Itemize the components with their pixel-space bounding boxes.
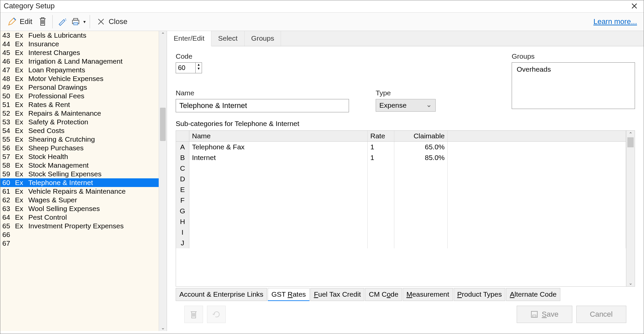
list-item[interactable]: 58ExStock Management	[0, 161, 159, 170]
edit-button[interactable]: Edit	[4, 15, 36, 29]
subcategory-grid: NameRateClaimableATelephone & Fax165.0%B…	[176, 130, 635, 287]
save-button[interactable]: Save	[517, 306, 572, 323]
groups-item[interactable]: Overheads	[517, 65, 630, 73]
table-row[interactable]: C	[176, 163, 626, 174]
scroll-down-icon[interactable]: ⌄	[159, 325, 167, 330]
main-tabs: Enter/EditSelectGroups	[167, 31, 644, 46]
list-item[interactable]: 59ExStock Selling Expenses	[0, 170, 159, 178]
cancel-button[interactable]: Cancel	[576, 306, 626, 323]
list-item[interactable]: 55ExShearing & Crutching	[0, 135, 159, 144]
print-button[interactable]: ▾	[69, 15, 87, 29]
list-item[interactable]: 65ExInvestment Property Expenses	[0, 222, 159, 230]
bottom-tab[interactable]: Alternate Code	[506, 288, 560, 301]
tab-select[interactable]: Select	[211, 31, 244, 46]
list-item[interactable]: 60ExTelephone & Internet	[0, 178, 159, 187]
svg-rect-3	[74, 18, 78, 20]
content: 43ExFuels & Lubricants44ExInsurance45ExI…	[0, 31, 644, 331]
list-item[interactable]: 54ExSeed Costs	[0, 126, 159, 135]
edit-label: Edit	[20, 17, 32, 26]
undo-button[interactable]	[207, 306, 226, 323]
table-row[interactable]: J	[176, 238, 626, 248]
list-item[interactable]: 50ExProfessional Fees	[0, 92, 159, 100]
scroll-up-icon[interactable]: ⌃	[159, 32, 167, 37]
tab-enter-edit[interactable]: Enter/Edit	[167, 31, 211, 46]
table-row[interactable]: G	[176, 206, 626, 216]
list-item[interactable]: 56ExSheep Purchases	[0, 144, 159, 152]
list-item[interactable]: 48ExMotor Vehicle Expenses	[0, 74, 159, 83]
list-item[interactable]: 53ExSafety & Protection	[0, 118, 159, 126]
table-row[interactable]: H	[176, 216, 626, 227]
list-item[interactable]: 62ExWages & Super	[0, 196, 159, 204]
chevron-down-icon: ▾	[83, 19, 86, 24]
delete-button[interactable]	[38, 17, 48, 27]
table-row[interactable]: F	[176, 195, 626, 206]
list-item[interactable]: 49ExPersonal Drawings	[0, 83, 159, 92]
type-select[interactable]: Expense	[376, 99, 436, 112]
type-field: Type Expense	[376, 89, 436, 112]
list-item[interactable]: 66	[0, 230, 159, 239]
bottom-tab[interactable]: GST Rates	[268, 288, 310, 301]
list-item[interactable]: 47ExLoan Repayments	[0, 66, 159, 74]
bottom-tab[interactable]: Account & Enterprise Links	[176, 288, 267, 301]
svg-point-1	[66, 20, 67, 21]
name-field: Name	[176, 89, 349, 112]
pencil-icon	[7, 17, 17, 27]
close-label: Close	[109, 17, 127, 26]
list-item[interactable]: 46ExIrrigation & Land Management	[0, 57, 159, 66]
learn-more-link[interactable]: Learn more...	[593, 17, 640, 26]
bottom-tab[interactable]: CM Code	[365, 288, 402, 301]
list-item[interactable]: 63ExWool Selling Expenses	[0, 204, 159, 213]
table-row[interactable]: E	[176, 184, 626, 195]
code-spin-down[interactable]: ▼	[196, 67, 202, 71]
bottom-tab[interactable]: Product Types	[454, 288, 506, 301]
window-title: Category Setup	[4, 2, 55, 10]
scroll-up-icon[interactable]: ⌃	[626, 131, 635, 137]
table-row[interactable]: I	[176, 227, 626, 238]
category-list[interactable]: 43ExFuels & Lubricants44ExInsurance45ExI…	[0, 31, 159, 331]
list-item[interactable]: 44ExInsurance	[0, 40, 159, 48]
toolbar-separator	[90, 15, 90, 28]
x-icon	[96, 17, 106, 27]
scrollbar-thumb[interactable]	[160, 108, 166, 141]
bottom-tab[interactable]: Fuel Tax Credit	[310, 288, 365, 301]
table-row[interactable]: BInternet185.0%	[176, 152, 626, 163]
list-item[interactable]: 45ExInterest Charges	[0, 48, 159, 57]
list-item[interactable]: 67	[0, 239, 159, 248]
col-rate[interactable]: Rate	[368, 131, 394, 141]
save-icon	[530, 310, 538, 318]
list-item[interactable]: 51ExRates & Rent	[0, 100, 159, 109]
close-button[interactable]: Close	[93, 15, 131, 29]
toolbar: Edit ▾ Close Learn more...	[0, 13, 644, 31]
edit-pencil-button[interactable]	[57, 17, 67, 27]
form-area: Code ▲ ▼ Groups Overheads	[167, 46, 644, 331]
table-row[interactable]: ATelephone & Fax165.0%	[176, 142, 626, 152]
svg-point-0	[65, 19, 66, 20]
list-item[interactable]: 64ExPest Control	[0, 213, 159, 222]
titlebar: Category Setup	[0, 0, 644, 13]
list-item[interactable]: 43ExFuels & Lubricants	[0, 31, 159, 40]
list-item[interactable]: 61ExVehicle Repairs & Maintenance	[0, 187, 159, 196]
list-item[interactable]: 52ExRepairs & Maintenance	[0, 109, 159, 118]
code-input[interactable]	[176, 62, 196, 73]
scroll-down-icon[interactable]: ⌄	[626, 280, 635, 286]
close-icon	[631, 3, 638, 9]
toolbar-separator	[52, 15, 53, 28]
list-item[interactable]: 57ExStock Health	[0, 152, 159, 161]
main-panel: Enter/EditSelectGroups Code ▲ ▼ Groups	[167, 31, 644, 331]
sidebar-scrollbar[interactable]: ⌃ ⌄	[159, 31, 167, 331]
col-claimable[interactable]: Claimable	[394, 131, 448, 141]
tab-groups[interactable]: Groups	[245, 31, 281, 46]
delete-subcat-button[interactable]	[184, 306, 203, 323]
window-close-button[interactable]	[628, 3, 640, 9]
scrollbar-thumb[interactable]	[627, 137, 634, 147]
svg-rect-6	[533, 315, 536, 317]
code-spin-up[interactable]: ▲	[196, 63, 202, 67]
trash-icon	[189, 309, 198, 319]
name-input[interactable]	[176, 99, 349, 112]
col-name[interactable]: Name	[189, 131, 368, 141]
table-row[interactable]: D	[176, 174, 626, 184]
bottom-tab[interactable]: Measurement	[403, 288, 453, 301]
grid-scrollbar[interactable]: ⌃ ⌄	[626, 131, 635, 286]
name-label: Name	[176, 89, 349, 97]
footer: Save Cancel	[176, 301, 635, 328]
